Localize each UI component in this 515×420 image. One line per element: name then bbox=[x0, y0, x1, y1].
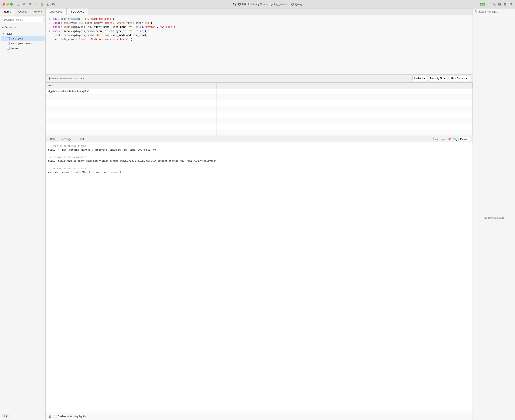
toolbar-left: ⚙ line 6, column 53, location 369 bbox=[48, 77, 411, 80]
empty-cell-10 bbox=[216, 118, 473, 124]
right-panel-search-icon: 🔍 bbox=[475, 10, 478, 13]
close-button[interactable] bbox=[3, 3, 5, 6]
lock-icon[interactable]: 🔒 bbox=[40, 2, 44, 6]
results-actions: 📌 🔍 Export... bbox=[447, 137, 471, 142]
refresh-icon[interactable]: ↺ bbox=[487, 2, 490, 6]
editor-status: line 6, column 53, location 369 bbox=[52, 77, 84, 80]
search-icon[interactable]: 🔍 bbox=[492, 2, 496, 6]
code-content-2: update employees SET first_name='Timothy… bbox=[53, 21, 470, 25]
maximize-button[interactable] bbox=[10, 3, 13, 6]
empty-cell-14 bbox=[216, 130, 473, 136]
limit-chevron: ▾ bbox=[424, 77, 425, 80]
tab-queries[interactable]: Queries bbox=[15, 8, 30, 15]
table-row-1[interactable]: 8gglbpnomudsirns6u2cjeitundq76a6 bbox=[46, 89, 473, 94]
export-button[interactable]: Export... bbox=[458, 137, 471, 141]
sidebar-item-employees-teams[interactable]: employees_teams bbox=[1, 41, 45, 46]
syntax-highlighting-label: Enable syntax highlighting bbox=[58, 415, 87, 418]
panel-icon[interactable]: ▤ bbox=[498, 2, 501, 6]
sidebar-section-functions-header[interactable]: ▶ Functions bbox=[0, 25, 46, 30]
traffic-lights bbox=[3, 3, 13, 6]
table-icon-employees bbox=[7, 37, 10, 40]
editor-toolbar: ⚙ line 6, column 53, location 369 No lim… bbox=[46, 75, 473, 82]
results-meta: 13 ms 1 row 📌 🔍 Export... bbox=[431, 137, 471, 142]
list-icon[interactable]: ≡ bbox=[34, 2, 38, 6]
results-panel: hash 8gglbpnomudsirns6u2cjeitundq76a6 bbox=[46, 82, 473, 420]
log-comment-2: -- 2022-06-06 15:10:44.6320 bbox=[48, 156, 470, 159]
tab-items[interactable]: Items bbox=[0, 8, 15, 15]
results-table-area: hash 8gglbpnomudsirns6u2cjeitundq76a6 bbox=[46, 82, 473, 136]
trash-button[interactable]: 🗑 bbox=[48, 414, 53, 419]
line-num-3: 3 bbox=[48, 25, 50, 29]
sidebar-item-employees[interactable]: employees bbox=[1, 36, 45, 41]
sidebar-section-tables: ▼ Tables employees bbox=[0, 30, 46, 52]
settings-icon[interactable]: ⚙ bbox=[48, 77, 51, 80]
col-header-empty bbox=[216, 83, 473, 89]
content-area: employees SQL Query 1 call dolt_checkout… bbox=[46, 8, 473, 420]
results-tab-message[interactable]: Message bbox=[59, 136, 75, 142]
cell-hash-value: 8gglbpnomudsirns6u2cjeitundq76a6 bbox=[46, 89, 216, 94]
table-row-empty-7 bbox=[46, 130, 473, 136]
editor-tab-employees[interactable]: employees bbox=[46, 8, 67, 15]
sidebar-tabs: Items Queries History bbox=[0, 8, 46, 15]
results-table: hash 8gglbpnomudsirns6u2cjeitundq76a6 bbox=[46, 82, 473, 136]
sidebar: Items Queries History ▶ Functions ▼ Tabl… bbox=[0, 8, 46, 420]
log-query-2: SELECT table_rows as count FROM informat… bbox=[48, 159, 470, 163]
beautify-dropdown[interactable]: Beautify ⌘I ▾ bbox=[428, 76, 447, 81]
minimize-button[interactable] bbox=[6, 3, 9, 6]
right-panel-search-input[interactable] bbox=[479, 10, 513, 13]
dropdown-chevron: ▾ bbox=[6, 414, 7, 417]
plus-icon: + bbox=[4, 414, 5, 417]
mask-icon[interactable]: 👁 bbox=[28, 2, 32, 6]
run-button[interactable]: Run Current ▾ bbox=[449, 76, 470, 81]
table-row-empty-5 bbox=[46, 118, 473, 124]
sidebar-item-teams[interactable]: teams bbox=[1, 46, 45, 51]
database-icon[interactable]: 🗄 bbox=[46, 2, 50, 6]
empty-cell-13 bbox=[46, 130, 216, 136]
leaf-icon[interactable]: 🍃 bbox=[16, 2, 20, 6]
no-row-selected-label: No row selected bbox=[484, 216, 504, 219]
limit-dropdown[interactable]: No limit ▾ bbox=[413, 76, 427, 81]
code-content-1: call dolt_checkout('-b','modifications')… bbox=[53, 17, 470, 21]
syntax-highlighting-container: Enable syntax highlighting bbox=[54, 415, 87, 418]
log-footer: 🗑 Enable syntax highlighting bbox=[46, 412, 473, 420]
beautify-label: Beautify ⌘I bbox=[430, 77, 443, 80]
functions-chevron: ▶ bbox=[2, 26, 4, 29]
col-header-hash: hash bbox=[46, 83, 216, 89]
search-results-button[interactable]: 🔍 bbox=[453, 137, 457, 142]
empty-cell-9 bbox=[46, 118, 216, 124]
empty-cell-1 bbox=[46, 94, 216, 100]
sidebar-icon[interactable]: ▧ bbox=[503, 2, 507, 6]
code-line-5: 5 delete from employees_teams where empl… bbox=[48, 34, 470, 38]
titlebar-icons: 🍃 ✕ 👁 ≡ 🔒 🗄 SQL bbox=[16, 2, 56, 6]
results-tab-chart[interactable]: Chart bbox=[75, 136, 87, 142]
close-tab-icon[interactable]: ✕ bbox=[22, 2, 26, 6]
sidebar-section-functions: ▶ Functions bbox=[0, 24, 46, 30]
log-panel: -- 2022-06-06 15:10:44.6300 SELECT * FRO… bbox=[46, 142, 473, 412]
empty-cell-3 bbox=[46, 100, 216, 106]
add-item-button[interactable]: + ▾ bbox=[2, 414, 9, 418]
run-label: Run Current bbox=[451, 77, 465, 80]
tab-history[interactable]: History bbox=[30, 8, 46, 15]
svg-rect-6 bbox=[7, 47, 9, 50]
svg-rect-0 bbox=[7, 37, 9, 40]
empty-cell-7 bbox=[46, 112, 216, 118]
titlebar-right: loc ↺ 🔍 ▤ ▧ ⊟ bbox=[480, 2, 512, 6]
tables-chevron: ▼ bbox=[2, 33, 4, 35]
sidebar-item-employees-label: employees bbox=[11, 37, 23, 40]
beautify-chevron: ▾ bbox=[444, 77, 445, 80]
splitview-icon[interactable]: ⊟ bbox=[509, 2, 512, 6]
sql-editor[interactable]: 1 call dolt_checkout('-b','modifications… bbox=[46, 15, 473, 75]
syntax-highlighting-checkbox[interactable] bbox=[54, 415, 57, 418]
sidebar-section-tables-header[interactable]: ▼ Tables bbox=[0, 31, 46, 36]
sidebar-search-input[interactable] bbox=[2, 17, 44, 22]
empty-cell-8 bbox=[216, 112, 473, 118]
sql-label: SQL bbox=[52, 2, 56, 6]
editor-tab-sql-query[interactable]: SQL Query bbox=[67, 8, 89, 15]
titlebar-badge: loc bbox=[480, 3, 485, 6]
table-row-empty-3 bbox=[46, 106, 473, 112]
line-num-2: 2 bbox=[48, 21, 50, 25]
main-container: Items Queries History ▶ Functions ▼ Tabl… bbox=[0, 8, 515, 420]
results-rows: 1 row bbox=[439, 138, 445, 140]
pin-button[interactable]: 📌 bbox=[447, 137, 452, 142]
results-tab-data[interactable]: Data bbox=[47, 136, 58, 142]
